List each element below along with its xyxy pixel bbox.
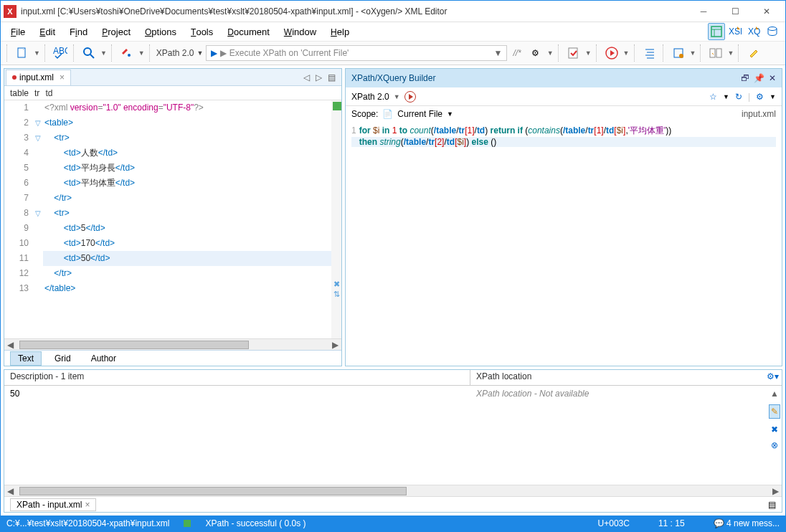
view-tab-grid[interactable]: Grid xyxy=(47,352,78,365)
xpath-builder-header: XPath/XQuery Builder 🗗 📌 ✕ xyxy=(346,69,782,87)
svg-text:XSLT: XSLT xyxy=(729,27,742,37)
scope-value[interactable]: Current File xyxy=(397,109,442,119)
menu-window[interactable]: Window xyxy=(278,25,322,39)
xpath-settings-icon[interactable]: ⚙ xyxy=(527,44,544,62)
scope-file-icon: 📄 xyxy=(382,109,393,119)
line-numbers: 12345678910111213 xyxy=(4,100,33,338)
results-body[interactable]: 50 XPath location - Not available ▲ ✎ ✖ … xyxy=(4,386,782,485)
transform-icon[interactable] xyxy=(118,44,136,62)
xpath-expression-editor[interactable]: 1for $i in 1 to count(/table/tr[1]/td) r… xyxy=(346,122,782,366)
horizontal-scrollbar[interactable]: ◀ ▶ xyxy=(4,338,341,350)
refactor-icon[interactable] xyxy=(670,44,687,62)
menu-project[interactable]: Project xyxy=(96,25,136,39)
view-tab-author[interactable]: Author xyxy=(84,352,123,365)
svg-point-5 xyxy=(768,27,777,31)
results-side-toolbar: ▲ ✎ ✖ ⊗ xyxy=(767,386,782,485)
spellcheck-icon[interactable]: ABC xyxy=(52,44,69,62)
result-location: XPath location - Not available xyxy=(470,386,767,485)
view-tabs: Text Grid Author xyxy=(4,350,341,366)
menu-options[interactable]: Options xyxy=(139,25,182,39)
view-tab-text[interactable]: Text xyxy=(10,351,42,366)
status-xpath: XPath - successful ( 0.0s ) xyxy=(205,518,306,528)
xpath-run-button[interactable] xyxy=(404,91,416,103)
window-title: input.xml [C:¥Users¥toshi¥OneDrive¥Docum… xyxy=(21,6,688,16)
menu-tools[interactable]: Tools xyxy=(185,25,219,39)
tab-list-icon[interactable]: ▤ xyxy=(328,72,336,82)
validate-icon[interactable] xyxy=(565,44,582,62)
svg-text:XQ: XQ xyxy=(748,27,760,37)
new-file-icon[interactable] xyxy=(14,44,31,62)
results-hscroll[interactable]: ◀ ▶ xyxy=(4,485,782,496)
results-tabs: XPath - input.xml × ▤ xyxy=(4,496,782,512)
close-tab-icon[interactable]: × xyxy=(60,72,65,82)
status-position: 11 : 15 xyxy=(658,518,685,528)
xpath-expression-input[interactable]: ▶ ▶ Execute XPath on 'Current File' ▼ xyxy=(206,45,507,61)
maximize-button[interactable]: ☐ xyxy=(719,1,751,22)
clear-results-icon[interactable]: ⊗ xyxy=(771,440,778,450)
remove-result-icon[interactable]: ✖ xyxy=(771,424,778,434)
svg-line-9 xyxy=(90,54,94,58)
results-header: Description - 1 item XPath location ⚙▾ xyxy=(4,370,782,386)
editor-pane: input.xml × ◁ ▷ ▤ table tr td 1234567891… xyxy=(4,68,342,366)
menu-document[interactable]: Document xyxy=(222,25,275,39)
close-results-tab-icon[interactable]: × xyxy=(85,500,90,510)
scope-label: Scope: xyxy=(351,109,378,119)
svg-rect-20 xyxy=(716,49,721,57)
compare-icon[interactable] xyxy=(707,44,724,62)
titlebar: X input.xml [C:¥Users¥toshi¥OneDrive¥Doc… xyxy=(1,1,785,22)
perspective-editor-icon[interactable] xyxy=(708,23,725,40)
fold-column[interactable]: ▽▽▽ xyxy=(33,100,43,338)
code-content[interactable]: <?xml version="1.0" encoding="UTF-8"?> <… xyxy=(43,100,331,338)
perspective-xslt-icon[interactable]: XSLT xyxy=(726,23,744,40)
status-ok-icon xyxy=(184,520,191,527)
tab-prev-icon[interactable]: ◁ xyxy=(303,72,310,82)
file-tab-label: input.xml xyxy=(19,72,54,82)
editor-tabs: input.xml × ◁ ▷ ▤ xyxy=(4,69,341,86)
highlight-result-icon[interactable]: ✎ xyxy=(769,404,780,419)
results-settings-icon[interactable]: ⚙▾ xyxy=(767,371,779,381)
menu-find[interactable]: Find xyxy=(64,25,93,39)
menu-edit[interactable]: Edit xyxy=(34,25,61,39)
results-pane: Description - 1 item XPath location ⚙▾ 5… xyxy=(4,369,782,513)
format-icon[interactable] xyxy=(641,44,658,62)
result-description[interactable]: 50 xyxy=(4,386,470,485)
xpath-version-selector[interactable]: XPath 2.0 ▼ xyxy=(156,48,204,58)
results-col-location[interactable]: XPath location xyxy=(470,370,782,385)
perspective-database-icon[interactable] xyxy=(764,23,781,40)
pane-restore-icon[interactable]: 🗗 xyxy=(741,73,749,83)
menu-help[interactable]: Help xyxy=(325,25,355,39)
history-icon[interactable]: ↻ xyxy=(735,92,742,102)
close-button[interactable]: ✕ xyxy=(751,1,782,22)
pane-close-icon[interactable]: ✕ xyxy=(769,73,776,83)
xpath-builder-version[interactable]: XPath 2.0 xyxy=(351,92,389,102)
search-icon[interactable] xyxy=(80,44,98,62)
main-toolbar: ▼ ABC ▼ ▼ XPath 2.0 ▼ ▶ ▶ Execute XPath … xyxy=(1,41,785,65)
breadcrumb[interactable]: table tr td xyxy=(4,86,341,100)
status-path: C:¥...¥test¥xslt¥20180504-xpath¥input.xm… xyxy=(6,518,169,528)
menu-file[interactable]: File xyxy=(5,25,31,39)
perspective-xquery-icon[interactable]: XQ xyxy=(745,23,762,40)
svg-point-10 xyxy=(128,54,131,57)
validity-ok-icon xyxy=(333,102,341,110)
pane-pin-icon[interactable]: 📌 xyxy=(754,73,764,83)
xpath-builder-settings-icon[interactable]: ⚙ xyxy=(756,92,764,102)
code-editor[interactable]: 12345678910111213 ▽▽▽ <?xml version="1.0… xyxy=(4,100,341,338)
favorite-icon[interactable]: ☆ xyxy=(709,92,717,102)
results-list-icon[interactable]: ▤ xyxy=(768,500,776,510)
results-col-description[interactable]: Description - 1 item xyxy=(4,370,470,385)
status-messages[interactable]: 💬 4 new mess... xyxy=(714,518,780,528)
xpath-builder-title: XPath/XQuery Builder xyxy=(351,73,435,83)
tab-next-icon[interactable]: ▷ xyxy=(316,72,322,82)
scope-current-file: input.xml xyxy=(742,109,776,119)
app-icon: X xyxy=(4,5,16,18)
validity-strip[interactable]: ✖ ⇅ xyxy=(331,100,341,338)
minimize-button[interactable]: ─ xyxy=(688,1,719,22)
results-tab-xpath[interactable]: XPath - input.xml × xyxy=(10,498,96,511)
svg-rect-11 xyxy=(569,48,577,58)
scope-row: Scope: 📄 Current File ▼ input.xml xyxy=(346,106,782,122)
file-tab-input[interactable]: input.xml × xyxy=(6,70,71,85)
run-icon[interactable] xyxy=(603,44,620,62)
highlight-icon[interactable] xyxy=(745,44,762,62)
modified-indicator-icon xyxy=(12,75,16,80)
status-unicode: U+003C xyxy=(598,518,630,528)
